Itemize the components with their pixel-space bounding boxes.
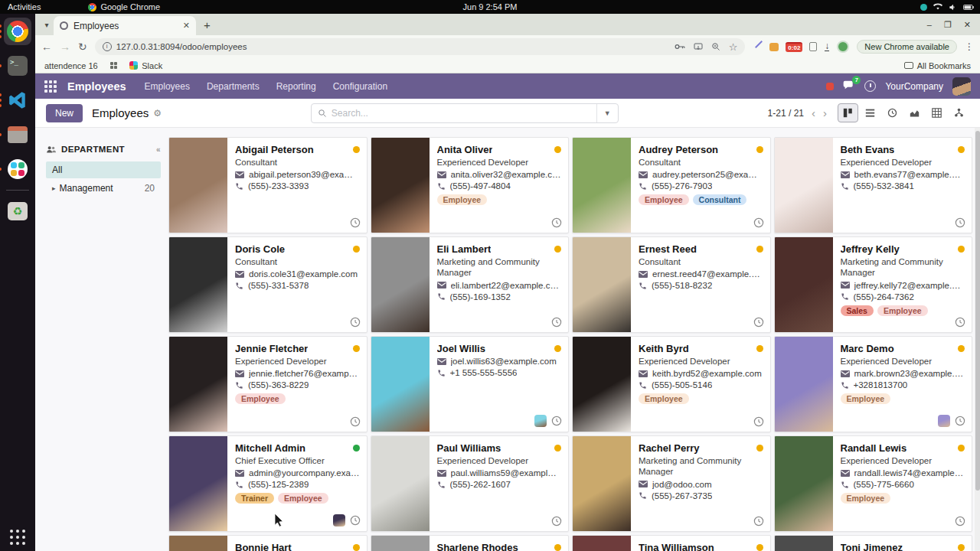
status-dot[interactable] (554, 345, 561, 352)
employee-name[interactable]: Joel Willis (437, 343, 485, 354)
bookmark-apps-shortcut[interactable] (110, 62, 118, 70)
employee-email[interactable]: mark.brown23@example.com (854, 369, 965, 378)
status-dot[interactable] (353, 544, 360, 551)
employee-card[interactable]: Randall Lewis Experienced Developer rand… (774, 435, 973, 532)
dock-terminal-button[interactable]: >_ (4, 52, 31, 80)
url-text[interactable]: 127.0.0.31:8094/odoo/employees (116, 42, 247, 51)
employee-card[interactable]: Sharlene Rhodes (371, 535, 570, 551)
mini-avatar[interactable] (938, 415, 950, 427)
status-dot[interactable] (554, 246, 561, 253)
employee-phone[interactable]: (555)-169-1352 (450, 292, 511, 302)
employee-name[interactable]: Jeffrey Kelly (841, 243, 900, 255)
dock-trash-button[interactable]: ♻ (4, 197, 31, 225)
all-bookmarks-button[interactable]: All Bookmarks (904, 61, 971, 70)
dock-chrome-button[interactable] (4, 18, 31, 45)
activities-clock-icon[interactable] (864, 80, 876, 92)
dock-vscode-button[interactable] (4, 86, 31, 114)
status-dot[interactable] (958, 246, 965, 253)
tab-close-icon[interactable]: ✕ (183, 21, 190, 31)
employee-email[interactable]: paul.williams59@example.c... (451, 468, 562, 478)
install-icon[interactable] (694, 43, 703, 51)
activity-clock-icon[interactable] (551, 416, 562, 426)
mini-avatar[interactable] (534, 415, 547, 427)
view-kanban-button[interactable] (838, 103, 858, 122)
employee-phone[interactable]: (555)-497-4804 (450, 181, 511, 191)
employee-phone[interactable]: (555)-276-7903 (652, 181, 712, 191)
employee-name[interactable]: Anita Oliver (437, 144, 493, 155)
activity-clock-icon[interactable] (753, 416, 764, 427)
view-activity-button[interactable] (882, 103, 903, 122)
employee-email[interactable]: joel.willis63@example.com (451, 357, 557, 366)
status-dot[interactable] (353, 445, 360, 452)
app-title[interactable]: Employees (67, 80, 126, 93)
pager-next-icon[interactable]: › (823, 106, 827, 119)
apps-menu-icon[interactable] (44, 80, 57, 93)
employee-phone[interactable]: (555)-532-3841 (854, 181, 914, 191)
employee-card[interactable]: Jennie Fletcher Experienced Developer je… (168, 336, 368, 432)
system-clock[interactable]: Jun 9 2:54 PM (0, 2, 980, 11)
minimize-button[interactable]: – (927, 20, 932, 30)
employee-phone[interactable]: (555)-505-5146 (652, 380, 712, 390)
reload-button[interactable]: ↻ (78, 41, 87, 53)
employee-name[interactable]: Jennie Fletcher (235, 343, 308, 354)
employee-card[interactable]: Joel Willis joel.willis63@example.com +1… (371, 336, 570, 432)
employee-name[interactable]: Doris Cole (235, 243, 285, 255)
employee-name[interactable]: Eli Lambert (437, 243, 492, 255)
employee-name[interactable]: Mitchell Admin (235, 442, 305, 454)
employee-name[interactable]: Keith Byrd (639, 343, 689, 354)
system-tray[interactable] (920, 0, 974, 14)
passwords-key-icon[interactable] (675, 43, 685, 51)
sidebar-item-management[interactable]: ▸Management20 (46, 180, 161, 197)
employee-card[interactable]: Tina Williamson (572, 535, 771, 551)
employee-phone[interactable]: (555)-125-2389 (248, 480, 309, 489)
site-info-icon[interactable]: i (103, 42, 112, 51)
employee-email[interactable]: jennie.fletcher76@example... (249, 369, 360, 378)
status-dot[interactable] (958, 345, 965, 352)
employee-name[interactable]: Paul Williams (437, 442, 501, 454)
back-button[interactable]: ← (41, 41, 52, 53)
mini-avatar[interactable] (333, 514, 345, 527)
extension-pen-icon[interactable] (753, 42, 763, 52)
dock-files-button[interactable] (4, 121, 31, 148)
employee-card[interactable]: Ernest Reed Consultant ernest.reed47@exa… (572, 236, 771, 333)
profile-avatar[interactable] (837, 41, 849, 53)
activity-clock-icon[interactable] (350, 217, 361, 228)
status-dot[interactable] (554, 445, 561, 452)
employee-email[interactable]: eli.lambert22@example.com (451, 281, 562, 290)
employee-card[interactable]: Mitchell Admin Chief Executive Officer a… (168, 435, 368, 532)
status-dot[interactable] (756, 146, 763, 153)
employee-card[interactable]: Abigail Peterson Consultant abigail.pete… (168, 137, 368, 233)
timer-extension-badge[interactable]: 0:02 (786, 42, 802, 52)
employee-card[interactable]: Doris Cole Consultant doris.cole31@examp… (168, 236, 368, 333)
sidebar-collapse-icon[interactable]: « (156, 145, 161, 154)
status-dot[interactable] (756, 246, 763, 253)
employee-email[interactable]: keith.byrd52@example.com (652, 369, 762, 378)
status-dot[interactable] (554, 544, 561, 551)
employee-card[interactable]: Paul Williams Experienced Developer paul… (371, 435, 570, 532)
employee-email[interactable]: abigail.peterson39@exampl... (249, 170, 360, 179)
employee-card[interactable]: Beth Evans Experienced Developer beth.ev… (774, 137, 973, 233)
employee-phone[interactable]: (555)-233-3393 (248, 181, 309, 191)
systray-red-dot-icon[interactable] (826, 83, 834, 90)
close-button[interactable]: ✕ (964, 20, 971, 30)
employee-card[interactable]: Keith Byrd Experienced Developer keith.b… (572, 336, 771, 432)
activity-clock-icon[interactable] (551, 217, 562, 228)
employee-phone[interactable]: (555)-518-8232 (652, 281, 712, 290)
activity-clock-icon[interactable] (955, 217, 965, 228)
employee-name[interactable]: Abigail Peterson (235, 144, 314, 155)
user-avatar[interactable] (952, 77, 971, 96)
search-dropdown-caret-icon[interactable]: ▼ (596, 104, 618, 122)
extension-icon[interactable] (769, 43, 779, 51)
employee-email[interactable]: audrey.peterson25@exampl... (652, 170, 763, 179)
employee-email[interactable]: jeffrey.kelly72@example.com (854, 281, 965, 290)
employee-email[interactable]: admin@yourcompany.exam... (249, 468, 360, 478)
employee-email[interactable]: jod@odoo.com (652, 480, 712, 489)
employee-card[interactable]: Rachel Perry Marketing and Community Man… (572, 435, 771, 532)
address-bar[interactable]: i 127.0.0.31:8094/odoo/employees ☆ (95, 38, 746, 55)
downloads-icon[interactable]: ↓ (825, 42, 829, 51)
employee-phone[interactable]: +3281813700 (854, 380, 908, 390)
employee-phone[interactable]: (555)-363-8229 (248, 380, 309, 390)
employee-email[interactable]: doris.cole31@example.com (249, 269, 358, 279)
view-graph-button[interactable] (904, 103, 925, 122)
status-dot[interactable] (353, 345, 360, 352)
